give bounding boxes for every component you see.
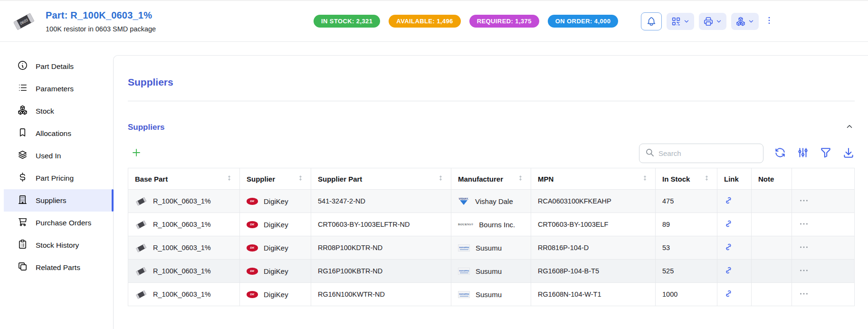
plus-icon — [131, 153, 142, 160]
supplier-link-button[interactable] — [724, 289, 733, 300]
status-badge: REQUIRED: 1,375 — [469, 15, 539, 28]
link-icon — [724, 289, 733, 300]
sidebar-item-part-pricing[interactable]: Part Pricing — [4, 167, 113, 189]
base-part-cell: R_100K_0603_1% — [128, 236, 240, 260]
manufacturer-cell: susumuSusumu — [451, 260, 531, 283]
column-header-base-part[interactable]: Base Part — [128, 168, 240, 190]
row-actions-button[interactable] — [799, 289, 809, 300]
status-badge: AVAILABLE: 1,496 — [389, 15, 460, 28]
notifications-button[interactable] — [641, 12, 662, 30]
dots-horizontal-icon — [799, 242, 809, 254]
actions-cell — [792, 236, 855, 260]
mpn-cell: RG1608P-104-B-T5 — [531, 260, 656, 283]
refresh-table-button[interactable] — [774, 146, 786, 160]
row-actions-button[interactable] — [799, 219, 809, 231]
supplier-link-button[interactable] — [724, 266, 733, 276]
sidebar-item-label: Suppliers — [36, 196, 67, 205]
supplier-cell: DKDigiKey — [240, 283, 311, 306]
supplier-part-row[interactable]: R_100K_0603_1% DKDigiKey RG16P100KBTR-ND… — [128, 260, 855, 283]
link-cell — [717, 236, 752, 260]
sidebar-item-parameters[interactable]: Parameters — [4, 77, 113, 100]
link-cell — [717, 190, 752, 213]
table-columns-button[interactable] — [797, 146, 809, 160]
suppliers-section-title: Suppliers — [128, 123, 164, 132]
mpn-cell: RR0816P-104-D — [531, 236, 656, 260]
column-header-mpn[interactable]: MPN — [531, 168, 656, 190]
column-header-link: Link — [717, 168, 752, 190]
actions-cell — [792, 190, 855, 213]
dots-vertical-icon — [764, 19, 774, 27]
column-header-manufacturer[interactable]: Manufacturer — [451, 168, 531, 190]
link-cell — [717, 283, 752, 306]
link-cell — [717, 213, 752, 236]
sort-icon[interactable] — [226, 174, 233, 183]
column-header-supplier[interactable]: Supplier — [240, 168, 311, 190]
note-cell — [752, 213, 792, 236]
sidebar-item-label: Related Parts — [36, 263, 80, 272]
link-icon — [724, 242, 733, 253]
column-header-supplier-part[interactable]: Supplier Part — [311, 168, 451, 190]
part-nav-sidebar: Part Details Parameters Stock Allocation… — [4, 42, 113, 329]
supplier-link-button[interactable] — [724, 242, 733, 253]
sort-icon[interactable] — [297, 174, 304, 183]
supplier-link-button[interactable] — [724, 196, 733, 206]
supplier-part-cell: RG16P100KBTR-ND — [311, 260, 451, 283]
in-stock-cell: 475 — [656, 190, 717, 213]
manufacturer-cell: BOURNS®Bourns Inc. — [451, 213, 531, 236]
dollar-icon — [17, 172, 28, 184]
sidebar-item-allocations[interactable]: Allocations — [4, 122, 113, 145]
sidebar-item-label: Purchase Orders — [36, 219, 91, 227]
column-header-in-stock[interactable]: In Stock — [656, 168, 717, 190]
row-actions-button[interactable] — [799, 242, 809, 254]
barcode-actions-button[interactable] — [667, 13, 694, 30]
search-input[interactable] — [658, 149, 757, 157]
link-icon — [724, 219, 733, 230]
add-supplier-part-button[interactable] — [130, 146, 143, 161]
sidebar-item-suppliers[interactable]: Suppliers — [4, 189, 113, 212]
row-actions-button[interactable] — [799, 195, 809, 207]
part-thumbnail-image[interactable]: 0603 — [11, 11, 36, 32]
susumu-logo: susumu — [458, 291, 470, 298]
supplier-part-row[interactable]: R_100K_0603_1% DKDigiKey RG16N100KWTR-ND… — [128, 283, 855, 306]
sort-icon[interactable] — [641, 174, 649, 183]
note-cell — [752, 236, 792, 260]
supplier-part-row[interactable]: R_100K_0603_1% DKDigiKey 541-3247-2-ND V… — [128, 190, 855, 213]
info-circle-icon — [17, 60, 28, 73]
mpn-cell: RG1608N-104-W-T1 — [531, 283, 656, 306]
susumu-logo: susumu — [458, 268, 470, 275]
chevron-down-icon — [715, 18, 722, 25]
row-actions-button[interactable] — [799, 265, 809, 277]
collapse-section-button[interactable] — [844, 121, 855, 133]
column-header-note: Note — [752, 168, 792, 190]
in-stock-cell: 89 — [656, 213, 717, 236]
sidebar-item-label: Used In — [36, 152, 61, 160]
sidebar-item-label: Allocations — [36, 129, 71, 138]
sort-icon[interactable] — [517, 174, 524, 183]
sidebar-item-related-parts[interactable]: Related Parts — [4, 256, 113, 279]
sidebar-item-stock[interactable]: Stock — [4, 100, 113, 122]
supplier-part-row[interactable]: R_100K_0603_1% DKDigiKey RR08P100KDTR-ND… — [128, 236, 855, 260]
supplier-part-cell: RR08P100KDTR-ND — [311, 236, 451, 260]
sidebar-item-stock-history[interactable]: Stock History — [4, 234, 113, 256]
actions-cell — [792, 213, 855, 236]
clipboard-icon — [17, 239, 28, 252]
table-search — [639, 144, 763, 163]
sort-icon[interactable] — [437, 174, 444, 183]
sidebar-item-part-details[interactable]: Part Details — [4, 55, 113, 77]
table-filter-button[interactable] — [820, 146, 832, 160]
more-options-button[interactable] — [763, 14, 775, 29]
sort-icon[interactable] — [703, 174, 710, 183]
sidebar-item-label: Part Details — [36, 62, 74, 71]
print-actions-button[interactable] — [699, 13, 726, 30]
sidebar-item-purchase-orders[interactable]: Purchase Orders — [4, 212, 113, 234]
manufacturer-cell: susumuSusumu — [451, 283, 531, 306]
filter-icon — [820, 146, 832, 160]
stock-actions-button[interactable] — [731, 13, 759, 30]
sidebar-item-label: Stock History — [36, 241, 79, 250]
download-table-button[interactable] — [842, 146, 855, 160]
part-description: 100K resistor in 0603 SMD package — [46, 25, 156, 33]
supplier-link-button[interactable] — [724, 219, 733, 230]
sidebar-item-used-in[interactable]: Used In — [4, 145, 113, 167]
dots-horizontal-icon — [799, 195, 809, 207]
supplier-part-row[interactable]: R_100K_0603_1% DKDigiKey CRT0603-BY-1003… — [128, 213, 855, 236]
